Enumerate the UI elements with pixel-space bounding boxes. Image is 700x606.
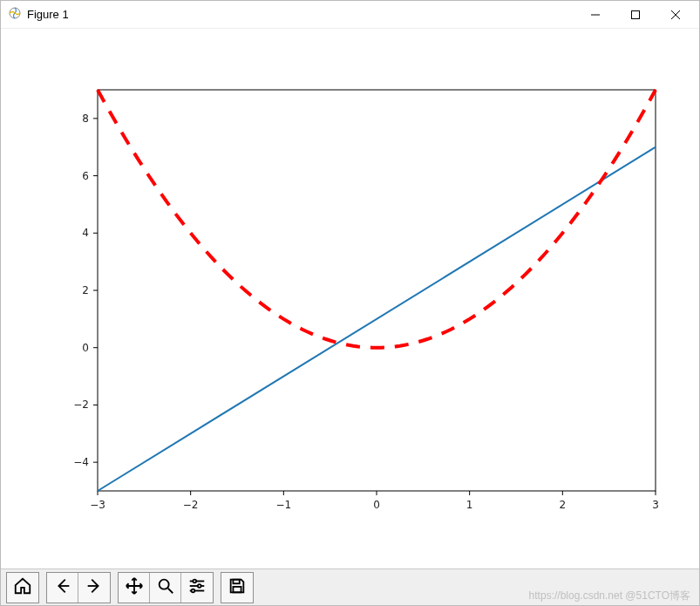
svg-text:−3: −3 — [90, 499, 105, 511]
window-controls — [575, 2, 696, 28]
svg-line-3 — [671, 10, 680, 19]
app-icon — [8, 6, 22, 23]
svg-text:3: 3 — [652, 499, 659, 511]
svg-text:−1: −1 — [275, 499, 291, 511]
plot-area: −3−2−10123−4−202468 — [1, 29, 699, 569]
svg-text:2: 2 — [82, 284, 89, 296]
forward-button[interactable] — [78, 573, 110, 603]
home-button[interactable] — [7, 573, 38, 603]
svg-point-39 — [193, 580, 196, 583]
svg-rect-5 — [98, 90, 656, 491]
svg-text:−2: −2 — [182, 499, 198, 511]
window-title: Figure 1 — [27, 8, 69, 21]
svg-text:2: 2 — [559, 499, 566, 511]
arrow-left-icon — [53, 576, 72, 598]
svg-text:−4: −4 — [73, 456, 89, 468]
mpl-toolbar: https://blog.csdn.net @51CTO博客 — [1, 569, 699, 605]
watermark: https://blog.csdn.net @51CTO博客 — [529, 589, 690, 603]
svg-text:0: 0 — [373, 499, 380, 511]
move-icon — [125, 576, 144, 598]
home-icon — [13, 576, 32, 598]
figure-window: Figure 1 −3−2−10123−4−202468 — [0, 0, 700, 606]
svg-point-43 — [192, 589, 195, 593]
titlebar: Figure 1 — [1, 1, 699, 29]
save-icon — [228, 576, 247, 598]
svg-text:6: 6 — [82, 170, 89, 182]
maximize-button[interactable] — [615, 2, 656, 28]
svg-text:−2: −2 — [73, 398, 89, 411]
pan-button[interactable] — [119, 573, 150, 603]
arrow-right-icon — [85, 576, 104, 598]
svg-line-37 — [167, 589, 173, 594]
magnifier-icon — [156, 576, 175, 598]
svg-rect-45 — [233, 587, 241, 592]
svg-rect-44 — [233, 580, 239, 584]
svg-point-41 — [198, 584, 201, 588]
zoom-button[interactable] — [150, 573, 181, 603]
svg-text:0: 0 — [82, 342, 89, 354]
svg-text:8: 8 — [82, 112, 89, 125]
back-button[interactable] — [47, 573, 78, 603]
sliders-icon — [187, 576, 207, 598]
save-button[interactable] — [221, 573, 253, 603]
svg-point-36 — [159, 580, 168, 589]
svg-text:1: 1 — [466, 499, 472, 511]
chart-canvas: −3−2−10123−4−202468 — [10, 29, 690, 552]
close-button[interactable] — [656, 2, 696, 28]
subplots-button[interactable] — [181, 573, 213, 603]
minimize-button[interactable] — [575, 2, 615, 28]
svg-rect-2 — [632, 10, 640, 18]
svg-text:4: 4 — [82, 227, 89, 239]
svg-line-4 — [671, 10, 680, 19]
